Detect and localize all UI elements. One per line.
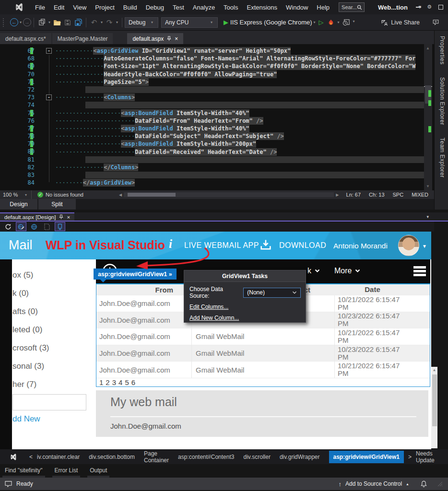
menu-edit[interactable]: Edit <box>49 3 69 12</box>
undo-button[interactable]: ↶ <box>89 17 99 28</box>
panel-tab-find-sitefinity[interactable]: Find "sitefinity" <box>4 467 44 478</box>
hot-reload-caret-icon[interactable]: ▾ <box>336 20 341 24</box>
scroll-left-icon[interactable]: ◀ <box>119 193 122 197</box>
scroll-up-icon[interactable]: ▲ <box>431 367 437 372</box>
save-button[interactable] <box>62 17 73 28</box>
toolbar-overflow-icon[interactable]: ▾ <box>352 19 356 23</box>
fold-marker[interactable]: - <box>46 94 52 100</box>
scroll-up-icon[interactable]: ▲ <box>426 46 430 50</box>
spaces-indicator[interactable]: SPC <box>393 192 404 198</box>
menu-extensions[interactable]: Extensions <box>242 3 282 12</box>
popup-link-edit-columns[interactable]: Edit Columns... <box>189 304 228 310</box>
notifications-bell-icon[interactable] <box>421 480 427 487</box>
maximize-button[interactable] <box>430 0 448 14</box>
close-tab-icon[interactable]: × <box>67 214 70 220</box>
menu-build[interactable]: Build <box>119 3 141 12</box>
menu-debug[interactable]: Debug <box>141 3 168 12</box>
pager-page-6[interactable]: 6 <box>131 378 135 386</box>
grid-header-date[interactable]: Date <box>334 286 431 293</box>
panel-tab-output[interactable]: Output <box>89 467 108 478</box>
hot-reload-button[interactable] <box>326 17 336 28</box>
editor-horizontal-scrollbar[interactable]: ◀ ▶ <box>119 192 341 198</box>
health-indicator[interactable]: ✓ No issues found <box>37 192 83 198</box>
tab-list-caret-icon[interactable]: ▾ <box>419 4 422 10</box>
data-source-select[interactable]: (None) <box>243 288 301 298</box>
breadcrumb-asp-gridview-gridview1[interactable]: asp:gridview#GridView1 <box>329 451 404 463</box>
feedback-bubble-icon[interactable] <box>5 481 12 487</box>
hscroll-thumb[interactable] <box>128 193 176 197</box>
doc-tab-default-aspx[interactable]: default.aspx× <box>127 33 183 44</box>
grid-row[interactable]: John.Doe@gmail.comGmail WebMail10/21/202… <box>96 361 430 378</box>
pager-page-5[interactable]: 5 <box>125 378 129 386</box>
source-control-caret-icon[interactable]: ▲ <box>406 482 409 486</box>
start-without-debug-icon[interactable]: ▷ <box>319 19 324 26</box>
redo-button[interactable]: ↷ <box>104 17 115 28</box>
save-all-button[interactable] <box>73 17 83 28</box>
menu-tools[interactable]: Tools <box>219 3 242 12</box>
design-vertical-scrollbar[interactable]: ▲ <box>431 367 437 448</box>
editor-vertical-scrollbar[interactable]: ▲ ▼ <box>424 44 432 190</box>
view-tab-design[interactable]: Design <box>0 199 37 210</box>
redo-caret-icon[interactable]: ▾ <box>115 20 119 24</box>
breadcrumb-iv-container-clear[interactable]: iv.container.clear <box>37 454 80 460</box>
device-preview-icon[interactable] <box>55 222 65 231</box>
menu-file[interactable]: File <box>31 3 49 12</box>
sidebar-item[interactable]: leted (0) <box>12 325 42 336</box>
scroll-down-icon[interactable]: ▼ <box>426 184 430 188</box>
navigate-back-button[interactable]: ← <box>10 18 18 26</box>
sidebar-item[interactable]: ox (5) <box>12 270 33 281</box>
view-tab-split[interactable]: Split <box>38 199 76 210</box>
pin-icon[interactable] <box>167 36 171 41</box>
grid-header-from[interactable]: From <box>96 286 191 294</box>
gridview-smart-tag[interactable]: asp:gridview#GridView1 » <box>94 269 177 280</box>
download-link[interactable]: DOWNLOAD <box>279 241 326 250</box>
pager-page-1[interactable]: 1 <box>99 378 103 386</box>
sidebar-item[interactable]: sonal (3) <box>12 362 44 372</box>
menu-hamburger-icon[interactable] <box>413 266 426 278</box>
design-surface[interactable]: Mail WLP in Visual Studio i LIVE WEBMAIL… <box>0 232 431 449</box>
refresh-icon[interactable] <box>3 222 13 231</box>
code-editor[interactable]: 67-···········<asp:GridView ID="GridView… <box>0 44 434 190</box>
breadcrumb-asp-content-content3[interactable]: asp:content#Content3 <box>178 454 234 460</box>
live-share-button[interactable]: Live Share <box>391 19 420 26</box>
solution-platform-select[interactable]: Any CPU ▾ <box>161 17 218 28</box>
crumb-back-icon[interactable]: < <box>29 454 33 460</box>
add-to-source-control-button[interactable]: Add to Source Control <box>345 480 402 487</box>
breadcrumb-div-scroller[interactable]: div.scroller <box>243 454 270 460</box>
menu-view[interactable]: View <box>69 3 91 12</box>
scroll-right-icon[interactable]: ▶ <box>336 193 339 197</box>
edit-in-browser-icon[interactable] <box>16 222 26 231</box>
sidebar-item[interactable]: afts (0) <box>12 307 38 317</box>
sidebar-item[interactable]: crosoft (3) <box>12 343 49 354</box>
menu-analyze[interactable]: Analyze <box>189 3 219 12</box>
new-caret-icon[interactable]: ▾ <box>47 20 52 24</box>
pager-page-2[interactable]: 2 <box>106 378 109 386</box>
rail-tab-properties[interactable]: Properties <box>439 36 446 65</box>
pager-page-4[interactable]: 4 <box>118 378 122 386</box>
grid-row[interactable]: John.Doe@gmail.comGmail WebMail10/23/202… <box>96 345 430 362</box>
tab-default-aspx-design[interactable]: default.aspx [Design] × <box>0 212 74 221</box>
sidebar-item[interactable]: her (7) <box>12 380 36 390</box>
menu-test[interactable]: Test <box>168 3 189 12</box>
doc-tab-masterpage-master[interactable]: MasterPage.Master <box>52 33 113 44</box>
pin-icon[interactable] <box>59 214 63 220</box>
undo-caret-icon[interactable]: ▾ <box>99 20 104 24</box>
tab-options-gear-icon[interactable]: ⚙ <box>427 4 432 10</box>
search-box[interactable]: Sear... <box>339 2 365 12</box>
grid-row[interactable]: John.Doe@gmail.comGmail WebMail10/21/202… <box>96 328 430 345</box>
open-folder-button[interactable] <box>52 17 62 28</box>
doc-tab-default-aspx-cs[interactable]: default.aspx.cs* <box>0 33 51 44</box>
zoom-select[interactable]: 100 % ▾ <box>0 190 32 199</box>
close-tab-icon[interactable]: × <box>175 35 178 42</box>
send-feedback-icon[interactable] <box>432 19 439 26</box>
hscroll-track[interactable] <box>124 192 334 197</box>
browse-globe-icon[interactable] <box>29 222 39 231</box>
menu-window[interactable]: Window <box>282 3 312 12</box>
panel-tab-error-list[interactable]: Error List <box>54 467 79 478</box>
window-resize-grip[interactable] <box>437 481 442 486</box>
user-name[interactable]: Antonio Morandi <box>333 242 388 250</box>
pager-page-3[interactable]: 3 <box>112 378 116 386</box>
breadcrumb-page-container[interactable]: Page Container <box>144 450 169 464</box>
back-caret-icon[interactable]: ▾ <box>18 20 23 24</box>
sidebar-item[interactable]: k (0) <box>12 289 29 299</box>
